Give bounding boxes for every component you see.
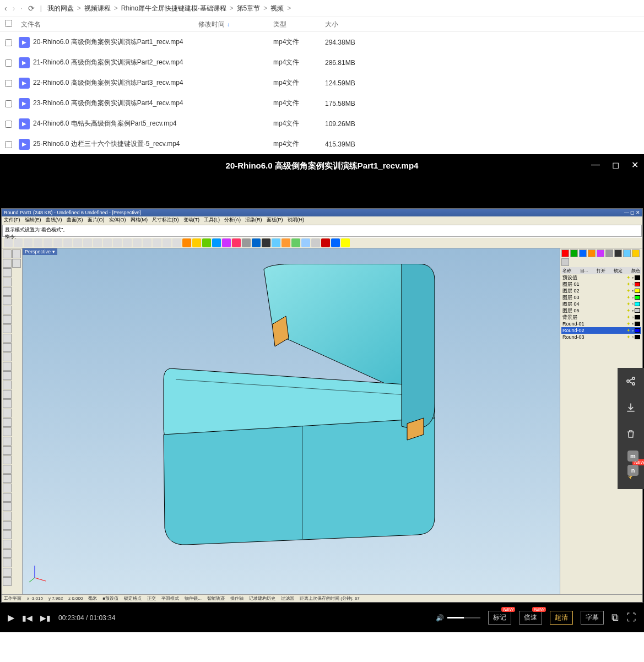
toolbar-button[interactable]	[103, 238, 112, 247]
quality-button[interactable]: 超清	[550, 611, 573, 625]
tool-button[interactable]	[3, 512, 12, 520]
toolbar-button[interactable]	[252, 238, 261, 247]
layer-color-swatch[interactable]	[635, 308, 640, 313]
lock-icon[interactable]: ▫	[632, 281, 634, 287]
toolbar-button[interactable]	[163, 238, 171, 247]
tool-button[interactable]	[3, 315, 12, 324]
panel-icon[interactable]	[561, 249, 569, 257]
bulb-icon[interactable]: ✦	[626, 281, 631, 287]
toolbar-button[interactable]	[34, 238, 42, 247]
panel-icon[interactable]	[614, 249, 622, 257]
tool-button[interactable]	[3, 381, 12, 389]
toolbar-button[interactable]	[113, 238, 122, 247]
tool-button[interactable]	[3, 296, 12, 305]
tool-button[interactable]	[3, 306, 12, 314]
n-button[interactable]: n	[627, 465, 638, 476]
rhino-command-area[interactable]: 显示模式设置为"着色模式"。 指令:	[2, 225, 642, 237]
delete-icon[interactable]	[618, 421, 644, 447]
panel-icon[interactable]	[588, 249, 596, 257]
layer-row[interactable]: 图层 05✦▫	[561, 307, 641, 314]
rhino-toolbar[interactable]	[2, 237, 642, 248]
menu-item[interactable]: 工具(L)	[204, 216, 220, 224]
menu-item[interactable]: 变动(T)	[183, 216, 200, 224]
mark-button[interactable]: 标记NEW	[488, 611, 511, 625]
layer-row[interactable]: Round-02✦▫	[561, 327, 641, 334]
nav-forward-icon[interactable]: ›	[13, 4, 15, 13]
toolbar-button[interactable]	[192, 238, 201, 247]
bulb-icon[interactable]: ✦	[626, 334, 631, 340]
viewport-label[interactable]: Perspective ▾	[23, 248, 57, 255]
toolbar-button[interactable]	[153, 238, 161, 247]
select-all-checkbox[interactable]	[5, 20, 12, 27]
tool-button[interactable]	[3, 437, 12, 446]
tool-button[interactable]	[3, 362, 12, 371]
lock-icon[interactable]: ▫	[632, 275, 634, 280]
menu-item[interactable]: 实体(O)	[109, 216, 126, 224]
toolbar-button[interactable]	[202, 238, 211, 247]
toolbar-button[interactable]	[212, 238, 221, 247]
tool-button[interactable]	[3, 474, 12, 483]
speed-button[interactable]: 倍速NEW	[519, 611, 542, 625]
tool-button[interactable]	[3, 549, 12, 558]
rhino-menu[interactable]: 文件(F)编辑(E)曲线(V)曲面(S)面片(O)实体(O)网格(M)尺寸标注(…	[2, 216, 642, 224]
tool-button[interactable]	[3, 502, 12, 511]
tool-button[interactable]	[3, 540, 12, 549]
layer-row[interactable]: 背景层✦▫	[561, 314, 641, 321]
volume-icon[interactable]: 🔊	[436, 614, 444, 622]
panel-icon[interactable]	[570, 249, 578, 257]
tool-button[interactable]	[3, 371, 12, 380]
lock-icon[interactable]: ▫	[632, 321, 634, 327]
toolbar-button[interactable]	[331, 238, 340, 247]
toolbar-button[interactable]	[24, 238, 33, 247]
tool-button[interactable]	[3, 455, 12, 464]
close-icon[interactable]: ✕	[631, 160, 638, 170]
row-checkbox[interactable]	[5, 141, 12, 148]
file-row[interactable]: ▶20-Rhino6.0 高级倒角案例实训演练Part1_recv.mp4 mp…	[0, 32, 644, 52]
layer-row[interactable]: 图层 02✦▫	[561, 287, 641, 294]
bulb-icon[interactable]: ✦	[626, 301, 631, 307]
bulb-icon[interactable]: ✦	[626, 314, 631, 320]
tool-button[interactable]	[3, 268, 12, 277]
tool-button[interactable]	[3, 530, 12, 539]
toolbar-button[interactable]	[182, 238, 191, 247]
layer-color-swatch[interactable]	[635, 328, 640, 333]
layer-color-swatch[interactable]	[635, 302, 640, 306]
toolbar-button[interactable]	[172, 238, 181, 247]
tool-button[interactable]	[3, 465, 12, 474]
toolbar-button[interactable]	[291, 238, 300, 247]
pip-icon[interactable]: ⧉	[611, 612, 619, 623]
panel-icon[interactable]	[561, 258, 569, 266]
rhino-left-toolbar[interactable]	[2, 248, 23, 594]
menu-item[interactable]: 网格(M)	[131, 216, 148, 224]
tool-button[interactable]	[3, 484, 12, 492]
row-checkbox[interactable]	[5, 100, 12, 107]
tool-button[interactable]	[3, 427, 12, 436]
share-icon[interactable]	[618, 368, 644, 394]
tool-button[interactable]	[12, 249, 21, 258]
bulb-icon[interactable]: ✦	[626, 275, 631, 280]
tool-button[interactable]	[3, 409, 12, 417]
lock-icon[interactable]: ▫	[632, 295, 634, 300]
layer-row[interactable]: 图层 04✦▫	[561, 301, 641, 307]
breadcrumb-item[interactable]: 视频课程	[84, 4, 111, 13]
subtitle-button[interactable]: 字幕	[581, 611, 604, 625]
layer-color-swatch[interactable]	[635, 295, 640, 300]
toolbar-button[interactable]	[93, 238, 102, 247]
layer-row[interactable]: 预设值✦▫	[561, 274, 641, 281]
toolbar-button[interactable]	[123, 238, 132, 247]
tool-button[interactable]	[3, 278, 12, 286]
toolbar-button[interactable]	[262, 238, 270, 247]
toolbar-button[interactable]	[73, 238, 82, 247]
row-checkbox[interactable]	[5, 121, 12, 128]
toolbar-button[interactable]	[232, 238, 241, 247]
layer-color-swatch[interactable]	[635, 282, 640, 286]
fullscreen-icon[interactable]: ⛶	[626, 612, 636, 623]
lock-icon[interactable]: ▫	[632, 314, 634, 320]
menu-item[interactable]: 面片(O)	[88, 216, 105, 224]
layer-color-swatch[interactable]	[635, 275, 640, 280]
toolbar-button[interactable]	[311, 238, 320, 247]
lock-icon[interactable]: ▫	[632, 301, 634, 307]
bulb-icon[interactable]: ✦	[626, 321, 631, 327]
layer-color-swatch[interactable]	[635, 289, 640, 293]
col-header-type[interactable]: 类型	[273, 20, 325, 29]
